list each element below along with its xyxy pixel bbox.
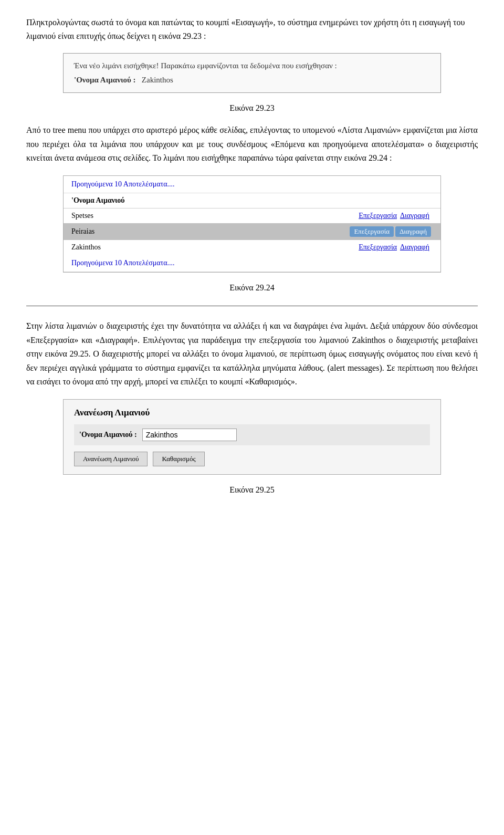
- body-text-2: Στην λίστα λιμανιών ο διαχειριστής έχει …: [26, 319, 478, 389]
- intro-paragraph: Πληκτρολογώντας σωστά το όνομα και πατών…: [26, 16, 478, 43]
- figure-24-nav-prev[interactable]: Προηγούμενα 10 Αποτελέσματα....: [64, 176, 440, 193]
- port-name-cell: Spetses: [64, 208, 219, 224]
- port-actions-cell: ΕπεξεργασίαΔιαγραφή: [219, 208, 440, 224]
- body-text-1: Από το tree menu που υπάρχει στο αριστερ…: [26, 123, 478, 165]
- figure-24-nav-next[interactable]: Προηγούμενα 10 Αποτελέσματα....: [64, 255, 440, 272]
- figure-24-table: 'Ονομα Αιμανιού SpetsesΕπεξεργασίαΔιαγρα…: [64, 193, 440, 255]
- port-name-cell: Peiraias: [64, 223, 219, 240]
- divider-1: [26, 306, 478, 306]
- edit-link[interactable]: Επεξεργασία: [359, 212, 397, 220]
- delete-link[interactable]: Διαγραφή: [400, 243, 429, 251]
- figure-25-field-label: 'Ονομα Αιμανιού :: [79, 431, 137, 439]
- figure-24-col-header: 'Ονομα Αιμανιού: [64, 193, 219, 208]
- figure-25-field-row: 'Ονομα Αιμανιού :: [74, 424, 430, 445]
- port-name-cell: Zakinthos: [64, 240, 219, 255]
- delete-link[interactable]: Διαγραφή: [400, 212, 429, 220]
- table-row: ZakinthosΕπεξεργασίαΔιαγραφή: [64, 240, 440, 255]
- table-row: SpetsesΕπεξεργασίαΔιαγραφή: [64, 208, 440, 224]
- figure-23-caption: Εικόνα 29.23: [26, 103, 478, 113]
- table-row: PeiraiasΕπεξεργασίαΔιαγραφή: [64, 223, 440, 240]
- port-actions-cell: ΕπεξεργασίαΔιαγραφή: [219, 223, 440, 240]
- edit-link[interactable]: Επεξεργασία: [359, 243, 397, 251]
- figure-24-caption: Εικόνα 29.24: [26, 283, 478, 293]
- figure-23-field-label: 'Ονομα Αιμανιού :: [74, 76, 136, 84]
- port-actions-cell: ΕπεξεργασίαΔιαγραφή: [219, 240, 440, 255]
- figure-24-box: Προηγούμενα 10 Αποτελέσματα.... 'Ονομα Α…: [63, 175, 441, 273]
- delete-link[interactable]: Διαγραφή: [395, 226, 431, 237]
- figure-23-box: Ένα νέο λιμάνι εισήχθηκε! Παρακάτω εμφαν…: [63, 53, 441, 93]
- figure-25-caption: Εικόνα 29.25: [26, 485, 478, 495]
- edit-link[interactable]: Επεξεργασία: [350, 226, 394, 237]
- figure-23-field-value: Zakinthos: [142, 76, 173, 84]
- figure-23-field-row: 'Ονομα Αιμανιού : Zakinthos: [74, 76, 430, 85]
- figure-25-renew-button[interactable]: Ανανέωση Λιμανιού: [74, 452, 148, 466]
- figure-23-notice: Ένα νέο λιμάνι εισήχθηκε! Παρακάτω εμφαν…: [74, 61, 430, 70]
- figure-24-col-actions: [219, 193, 440, 208]
- figure-25-field-input[interactable]: [142, 429, 237, 441]
- figure-25-clear-button[interactable]: Καθαρισμός: [153, 452, 204, 466]
- figure-25-title: Ανανέωση Λιμανιού: [74, 408, 430, 418]
- figure-25-box: Ανανέωση Λιμανιού 'Ονομα Αιμανιού : Αναν…: [63, 399, 441, 475]
- figure-25-btn-row: Ανανέωση Λιμανιού Καθαρισμός: [74, 452, 430, 466]
